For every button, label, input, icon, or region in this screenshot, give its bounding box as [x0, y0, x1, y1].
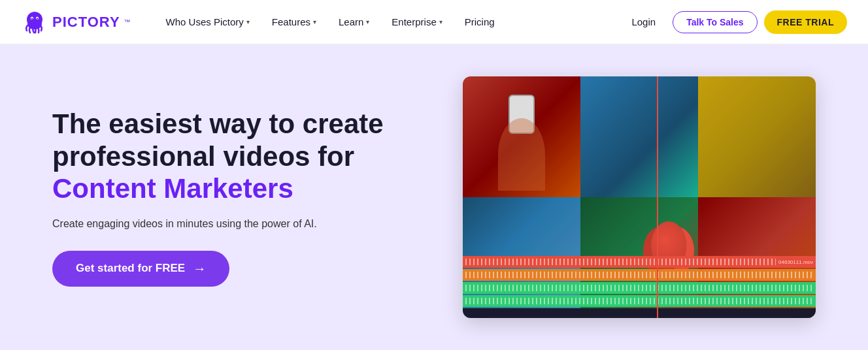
- video-mockup: 04630111.mov: [463, 76, 816, 318]
- timeline-base: [463, 308, 816, 318]
- svg-point-3: [31, 18, 33, 19]
- chevron-down-icon: ▾: [313, 18, 316, 25]
- hero-subtext: Create engaging videos in minutes using …: [52, 218, 384, 230]
- nav-links: Who Uses Pictory ▾ Features ▾ Learn ▾ En…: [157, 11, 623, 33]
- timeline-bar: 04630111.mov: [463, 256, 816, 318]
- svg-point-5: [27, 19, 42, 29]
- nav-who-uses[interactable]: Who Uses Pictory ▾: [157, 11, 259, 33]
- logo-tm: ™: [124, 18, 131, 25]
- nav-learn[interactable]: Learn ▾: [329, 11, 378, 33]
- free-trial-button[interactable]: FREE TRIAL: [764, 10, 847, 34]
- nav-pricing[interactable]: Pricing: [456, 11, 504, 33]
- arrow-right-icon: →: [193, 261, 206, 276]
- timeline-track-4: [463, 295, 816, 307]
- video-thumbnail-2: [580, 76, 698, 197]
- get-started-button[interactable]: Get started for FREE →: [52, 251, 229, 287]
- logo[interactable]: PICTORY™: [21, 8, 131, 36]
- timeline-track-1: 04630111.mov: [463, 256, 816, 268]
- chevron-down-icon: ▾: [366, 18, 369, 25]
- logo-icon: [21, 8, 48, 36]
- hero-right: 04630111.mov: [423, 76, 816, 318]
- timeline-track-3: [463, 282, 816, 294]
- nav-features[interactable]: Features ▾: [263, 11, 326, 33]
- talk-to-sales-button[interactable]: Talk To Sales: [673, 11, 757, 33]
- hero-heading: The easiest way to create professional v…: [52, 108, 384, 205]
- chevron-down-icon: ▾: [439, 18, 442, 25]
- video-thumbnail-1: [463, 76, 580, 197]
- hero-left: The easiest way to create professional v…: [52, 108, 384, 287]
- playhead-line: [657, 76, 658, 318]
- hero-accent-text: Content Marketers: [52, 172, 384, 205]
- svg-point-4: [37, 18, 38, 19]
- navbar: PICTORY™ Who Uses Pictory ▾ Features ▾ L…: [0, 0, 868, 44]
- login-link[interactable]: Login: [622, 11, 665, 33]
- nav-enterprise[interactable]: Enterprise ▾: [382, 11, 451, 33]
- chevron-down-icon: ▾: [246, 18, 250, 25]
- timeline-track-2: [463, 269, 816, 281]
- logo-text: PICTORY: [52, 14, 120, 31]
- hero-section: The easiest way to create professional v…: [0, 44, 868, 350]
- video-thumbnail-3: [698, 76, 816, 197]
